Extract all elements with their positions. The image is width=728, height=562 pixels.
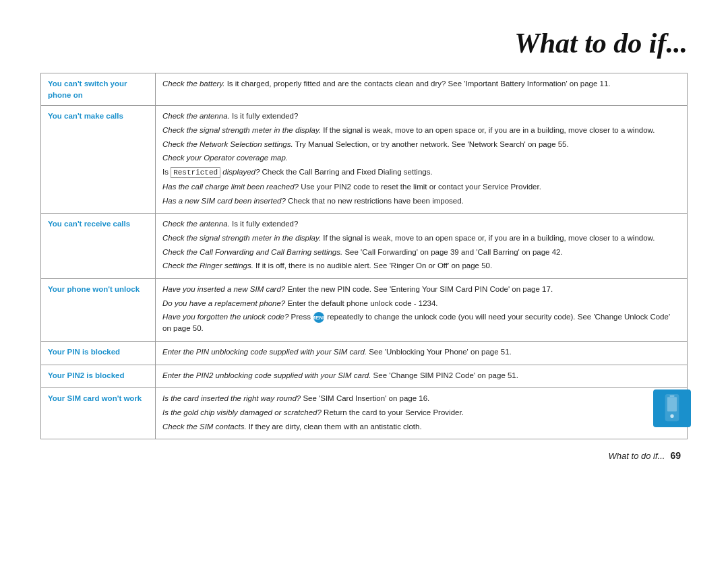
solution-text: Check the signal strength meter in the d…	[162, 232, 680, 244]
solution-text: Have you forgotten the unlock code? Pres…	[162, 311, 680, 334]
solution-cell: Enter the PIN unblocking code supplied w…	[156, 341, 688, 365]
solution-cell: Have you inserted a new SIM card? Enter …	[156, 279, 688, 342]
table-row: Your PIN2 is blockedEnter the PIN2 unblo…	[41, 365, 688, 388]
solution-text: Check the Network Selection settings. Tr…	[162, 139, 680, 150]
table-row: Your phone won't unlockHave you inserted…	[41, 279, 688, 342]
page-title-area: What to do if...	[40, 27, 688, 59]
footer-label: What to do if...	[609, 451, 665, 461]
solution-cell: Check the antenna. Is it fully extended?…	[156, 106, 688, 214]
solution-text: Is the gold chip visibly damaged or scra…	[162, 407, 680, 418]
solution-text: Is Restricted displayed? Check the Call …	[162, 166, 680, 179]
solution-cell: Enter the PIN2 unblocking code supplied …	[156, 365, 688, 388]
table-row: You can't make callsCheck the antenna. I…	[41, 106, 688, 214]
issue-cell: You can't make calls	[41, 106, 156, 214]
solution-text: Is the card inserted the right way round…	[162, 393, 680, 404]
solution-text: Check the Ringer settings. If it is off,…	[162, 260, 680, 272]
solution-text: Do you have a replacement phone? Enter t…	[162, 298, 680, 309]
solution-text: Check the antenna. Is it fully extended?	[162, 111, 680, 122]
page-title: What to do if...	[40, 27, 688, 59]
footer-page-number: 69	[670, 450, 681, 461]
solution-text: Check the battery. Is it charged, proper…	[162, 78, 680, 90]
solution-cell: Check the battery. Is it charged, proper…	[156, 73, 688, 106]
solution-text: Enter the PIN unblocking code supplied w…	[162, 346, 680, 358]
phone-icon	[661, 394, 684, 423]
solution-text: Check your Operator coverage map.	[162, 152, 680, 164]
solution-text: Check the SIM contacts. If they are dirt…	[162, 421, 680, 433]
svg-rect-1	[667, 397, 677, 411]
table-row: Your SIM card won't workIs the card inse…	[41, 388, 688, 439]
solution-text: Check the Call Forwarding and Call Barri…	[162, 247, 680, 258]
table-row: You can't receive callsCheck the antenna…	[41, 214, 688, 279]
solution-text: Have you inserted a new SIM card? Enter …	[162, 284, 680, 295]
issue-cell: Your PIN is blocked	[41, 341, 156, 365]
table-row: You can't switch your phone onCheck the …	[41, 73, 688, 106]
issue-cell: You can't switch your phone on	[41, 73, 156, 106]
solution-text: Has a new SIM card been inserted? Check …	[162, 195, 680, 207]
solution-text: Check the antenna. Is it fully extended?	[162, 218, 680, 230]
troubleshoot-table: You can't switch your phone onCheck the …	[40, 73, 688, 439]
solution-text: Check the signal strength meter in the d…	[162, 125, 680, 136]
issue-cell: Your SIM card won't work	[41, 388, 156, 439]
solution-cell: Check the antenna. Is it fully extended?…	[156, 214, 688, 279]
svg-rect-3	[669, 396, 674, 396]
table-row: Your PIN is blockedEnter the PIN unblock…	[41, 341, 688, 365]
page-container: What to do if... You can't switch your p…	[0, 0, 728, 562]
solution-text: Has the call charge limit been reached? …	[162, 181, 680, 193]
issue-cell: You can't receive calls	[41, 214, 156, 279]
solution-cell: Is the card inserted the right way round…	[156, 388, 688, 439]
footer: What to do if... 69	[40, 450, 688, 461]
phone-icon-box	[653, 389, 691, 427]
svg-point-2	[670, 414, 673, 418]
issue-cell: Your phone won't unlock	[41, 279, 156, 342]
issue-cell: Your PIN2 is blocked	[41, 365, 156, 388]
solution-text: Enter the PIN2 unblocking code supplied …	[162, 370, 680, 381]
